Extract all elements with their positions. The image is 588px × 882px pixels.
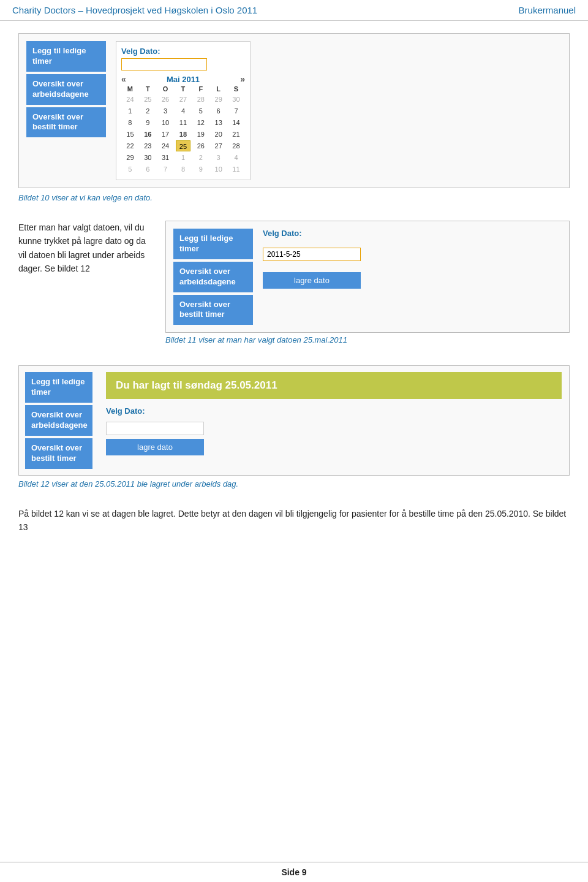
nav-btn-oversikt-arbeids[interactable]: Oversikt over arbeidsdagene	[26, 74, 106, 105]
cal-cell[interactable]: 9	[140, 117, 155, 128]
cal-header-s: S	[228, 85, 243, 93]
lagre-btn-3[interactable]: lagre dato	[106, 439, 204, 455]
date-input-2[interactable]	[263, 248, 361, 261]
cal-cell[interactable]: 1	[123, 105, 137, 116]
header-link[interactable]: Brukermanuel	[519, 5, 576, 15]
s3-form: Velg Dato: lagre dato	[106, 406, 562, 455]
cal-cell[interactable]: 19	[194, 129, 208, 140]
cal-cell[interactable]: 3	[211, 152, 226, 163]
cal-cell[interactable]: 8	[123, 117, 137, 128]
cal-cell[interactable]: 11	[176, 117, 190, 128]
page-footer: Side 9	[0, 862, 588, 882]
cal-cell[interactable]: 4	[228, 152, 243, 163]
cal-cell[interactable]: 1	[176, 152, 190, 163]
cal-cell[interactable]: 8	[176, 164, 190, 175]
cal-cell[interactable]: 27	[176, 94, 190, 105]
cal-cell[interactable]: 7	[158, 164, 173, 175]
footer-label: Side 9	[281, 867, 306, 877]
page-header: Charity Doctors – Hovedprosjekt ved Høgs…	[0, 0, 588, 21]
cal-cell[interactable]: 29	[123, 152, 137, 163]
cal-cell[interactable]: 9	[194, 164, 208, 175]
date-input-3[interactable]	[106, 422, 204, 435]
cal-header-t1: T	[140, 85, 155, 93]
nav-sidebar-2: Legg til ledige timer Oversikt over arbe…	[173, 229, 253, 325]
cal-cell[interactable]: 10	[158, 117, 173, 128]
cal-cell[interactable]: 16	[140, 129, 155, 140]
cal-cell[interactable]: 24	[158, 140, 173, 151]
cal-row-2: 8 9 10 11 12 13 14	[121, 117, 245, 128]
calendar-container: Velg Dato: « Mai 2011 » M T O T F L S	[116, 41, 251, 180]
cal-cell[interactable]: 6	[211, 105, 226, 116]
cal-prev-btn[interactable]: «	[121, 74, 126, 84]
cal-cell[interactable]: 31	[158, 152, 173, 163]
cal-cell[interactable]: 28	[228, 140, 243, 151]
cal-header-t2: T	[176, 85, 190, 93]
cal-cell[interactable]: 30	[228, 94, 243, 105]
cal-row-1: 1 2 3 4 5 6 7	[121, 105, 245, 116]
cal-cell[interactable]: 20	[211, 129, 226, 140]
cal-next-btn[interactable]: »	[240, 74, 245, 84]
cal-cell[interactable]: 6	[140, 164, 155, 175]
cal-cell[interactable]: 5	[194, 105, 208, 116]
cal-row-3: 15 16 17 18 19 20 21	[121, 129, 245, 140]
velg-dato-label-2: Velg Dato:	[263, 229, 361, 238]
cal-cell[interactable]: 4	[176, 105, 190, 116]
cal-cell[interactable]: 3	[158, 105, 173, 116]
nav-btn-oversikt-bestilt-2[interactable]: Oversikt over bestilt timer	[173, 295, 253, 325]
cal-row-5: 29 30 31 1 2 3 4	[121, 152, 245, 163]
section1: Legg til ledige timer Oversikt over arbe…	[18, 33, 570, 202]
header-title: Charity Doctors – Hovedprosjekt ved Høgs…	[12, 5, 257, 15]
cal-cell[interactable]: 10	[211, 164, 226, 175]
cal-header-l: L	[211, 85, 226, 93]
cal-cell[interactable]: 27	[211, 140, 226, 151]
nav-btn-oversikt-bestilt-3[interactable]: Oversikt over bestilt timer	[25, 438, 92, 469]
caption-1: Bildet 10 viser at vi kan velge en dato.	[18, 193, 570, 202]
cal-cell[interactable]: 2	[194, 152, 208, 163]
velg-dato-label-1: Velg Dato:	[121, 47, 245, 56]
cal-cell[interactable]: 29	[211, 94, 226, 105]
cal-cell[interactable]: 25	[140, 94, 155, 105]
cal-header-f: F	[194, 85, 208, 93]
cal-cell[interactable]: 17	[158, 129, 173, 140]
nav-btn-oversikt-bestilt[interactable]: Oversikt over bestilt timer	[26, 107, 106, 138]
form-panel-2: Velg Dato: lagre dato	[263, 229, 361, 325]
cal-row-4: 22 23 24 25 26 27 28	[121, 140, 245, 151]
cal-cell[interactable]: 5	[123, 164, 137, 175]
cal-cell[interactable]: 26	[158, 94, 173, 105]
velg-dato-label-3: Velg Dato:	[106, 406, 562, 416]
lagre-btn-2[interactable]: lagre dato	[263, 272, 361, 289]
mockup-area-1: Legg til ledige timer Oversikt over arbe…	[18, 33, 570, 188]
cal-cell[interactable]: 24	[123, 94, 137, 105]
cal-cell[interactable]: 12	[194, 117, 208, 128]
mockup-panel-2: Legg til ledige timer Oversikt over arbe…	[165, 221, 570, 333]
cal-cell[interactable]: 21	[228, 129, 243, 140]
nav-btn-oversikt-arbeids-2[interactable]: Oversikt over arbeidsdagene	[173, 262, 253, 292]
cal-cell[interactable]: 13	[211, 117, 226, 128]
cal-day-headers: M T O T F L S	[121, 85, 245, 93]
nav-btn-legg-til-3[interactable]: Legg til ledige timer	[25, 372, 92, 403]
cal-cell[interactable]: 28	[194, 94, 208, 105]
cal-cell[interactable]: 7	[228, 105, 243, 116]
nav-btn-oversikt-arbeids-3[interactable]: Oversikt over arbeidsdagene	[25, 405, 92, 436]
section2-mockup-wrapper: Legg til ledige timer Oversikt over arbe…	[165, 221, 570, 347]
cal-cell[interactable]: 2	[140, 105, 155, 116]
cal-cell-selected[interactable]: 25	[176, 140, 190, 151]
section3: Legg til ledige timer Oversikt over arbe…	[18, 365, 570, 488]
cal-cell[interactable]: 26	[194, 140, 208, 151]
date-input-1[interactable]	[121, 58, 207, 70]
cal-cell[interactable]: 11	[228, 164, 243, 175]
section2-layout: Etter man har valgt datoen, vil du kunne…	[18, 221, 570, 347]
cal-cell[interactable]: 22	[123, 140, 137, 151]
nav-sidebar-3: Legg til ledige timer Oversikt over arbe…	[19, 366, 99, 474]
cal-cell[interactable]: 15	[123, 129, 137, 140]
cal-cell[interactable]: 23	[140, 140, 155, 151]
cal-cell[interactable]: 30	[140, 152, 155, 163]
cal-cell[interactable]: 14	[228, 117, 243, 128]
nav-btn-legg-til-2[interactable]: Legg til ledige timer	[173, 229, 253, 259]
cal-header-o: O	[158, 85, 173, 93]
section2-text: Etter man har valgt datoen, vil du kunne…	[18, 221, 153, 276]
cal-cell[interactable]: 18	[176, 129, 190, 140]
success-banner: Du har lagt til søndag 25.05.2011	[106, 372, 562, 399]
caption-3: Bildet 12 viser at den 25.05.2011 ble la…	[18, 479, 570, 489]
nav-btn-legg-til[interactable]: Legg til ledige timer	[26, 41, 106, 72]
